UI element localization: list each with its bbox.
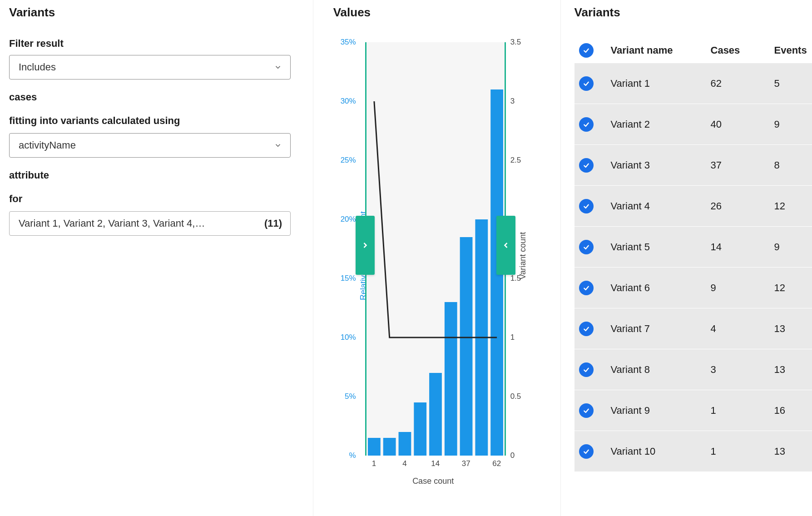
variant-chart: Relative total case count Variant count … <box>333 38 533 474</box>
table-row[interactable]: Variant 3378 <box>574 145 812 186</box>
values-panel: Values Relative total case count Variant… <box>313 0 561 516</box>
filter-result-label: Filter result <box>9 38 302 50</box>
for-count: (11) <box>264 218 282 229</box>
x-tick: 14 <box>431 459 440 468</box>
row-checkbox[interactable] <box>579 403 594 418</box>
x-tick: 62 <box>492 459 501 468</box>
calculated-value: activityName <box>19 139 76 151</box>
x-tick: 4 <box>402 459 406 468</box>
table-row[interactable]: Variant 9116 <box>574 390 812 431</box>
row-events: 8 <box>774 159 812 171</box>
table-row[interactable]: Variant 5149 <box>574 227 812 268</box>
row-checkbox[interactable] <box>579 322 594 336</box>
select-all-checkbox[interactable] <box>579 43 594 58</box>
row-checkbox[interactable] <box>579 199 594 213</box>
for-multiselect[interactable]: Variant 1, Variant 2, Variant 3, Variant… <box>9 211 291 236</box>
for-label: for <box>9 193 302 205</box>
chart-bar <box>460 237 472 456</box>
table-header: Variant name Cases Events <box>574 38 812 63</box>
row-name: Variant 6 <box>611 282 711 294</box>
row-cases: 4 <box>711 323 774 335</box>
row-name: Variant 7 <box>611 323 711 335</box>
variants-table-panel: Variants Variant name Cases Events Varia… <box>561 0 812 516</box>
row-cases: 62 <box>711 78 774 89</box>
row-cases: 26 <box>711 200 774 212</box>
row-events: 13 <box>774 364 812 376</box>
row-cases: 1 <box>711 446 774 457</box>
row-checkbox[interactable] <box>579 158 594 173</box>
row-cases: 3 <box>711 364 774 376</box>
chart-bar <box>414 402 426 456</box>
row-name: Variant 1 <box>611 78 711 89</box>
row-checkbox[interactable] <box>579 76 594 91</box>
range-handle-left[interactable] <box>356 216 375 275</box>
chart-bar <box>429 373 442 456</box>
calculated-select[interactable]: activityName <box>9 133 291 158</box>
for-value: Variant 1, Variant 2, Variant 3, Variant… <box>19 218 205 229</box>
row-events: 9 <box>774 119 812 130</box>
x-axis-label: Case count <box>333 476 533 486</box>
table-row[interactable]: Variant 6912 <box>574 268 812 308</box>
row-events: 16 <box>774 405 812 417</box>
variants-table: Variant name Cases Events Variant 1625Va… <box>574 38 812 472</box>
chart-bar <box>383 438 396 456</box>
panel-title-right: Variants <box>574 5 812 20</box>
row-checkbox[interactable] <box>579 444 594 459</box>
row-name: Variant 10 <box>611 446 711 457</box>
row-events: 12 <box>774 200 812 212</box>
cases-label: cases <box>9 91 302 103</box>
attribute-label: attribute <box>9 169 302 181</box>
range-handle-right[interactable] <box>496 216 515 275</box>
row-events: 5 <box>774 78 812 89</box>
row-cases: 9 <box>711 282 774 294</box>
row-name: Variant 3 <box>611 159 711 171</box>
chart-bar <box>445 302 457 456</box>
table-row[interactable]: Variant 2409 <box>574 104 812 145</box>
filter-result-select[interactable]: Includes <box>9 55 291 79</box>
row-name: Variant 5 <box>611 241 711 253</box>
calculated-label: fitting into variants calculated using <box>9 115 302 127</box>
chart-bar <box>398 432 411 456</box>
table-row[interactable]: Variant 7413 <box>574 308 812 349</box>
row-name: Variant 8 <box>611 364 711 376</box>
table-row[interactable]: Variant 10113 <box>574 431 812 472</box>
filter-result-value: Includes <box>19 61 56 73</box>
panel-title-mid: Values <box>333 5 551 20</box>
row-events: 13 <box>774 323 812 335</box>
chart-bar <box>368 438 381 456</box>
row-events: 9 <box>774 241 812 253</box>
chevron-down-icon <box>274 63 282 71</box>
col-head-cases[interactable]: Cases <box>711 45 774 56</box>
row-name: Variant 4 <box>611 200 711 212</box>
row-events: 12 <box>774 282 812 294</box>
row-checkbox[interactable] <box>579 240 594 254</box>
row-name: Variant 9 <box>611 405 711 417</box>
row-cases: 37 <box>711 159 774 171</box>
row-name: Variant 2 <box>611 119 711 130</box>
row-cases: 40 <box>711 119 774 130</box>
row-checkbox[interactable] <box>579 281 594 295</box>
row-cases: 1 <box>711 405 774 417</box>
filters-panel: Variants Filter result Includes cases fi… <box>0 0 313 516</box>
table-row[interactable]: Variant 8313 <box>574 349 812 390</box>
row-events: 13 <box>774 446 812 457</box>
chevron-down-icon <box>274 141 282 149</box>
table-row[interactable]: Variant 1625 <box>574 63 812 104</box>
row-cases: 14 <box>711 241 774 253</box>
row-checkbox[interactable] <box>579 117 594 132</box>
row-checkbox[interactable] <box>579 362 594 377</box>
x-tick: 1 <box>372 459 376 468</box>
col-head-name[interactable]: Variant name <box>611 45 711 56</box>
x-tick: 37 <box>462 459 470 468</box>
table-row[interactable]: Variant 42612 <box>574 186 812 227</box>
panel-title-left: Variants <box>9 5 302 20</box>
col-head-events[interactable]: Events <box>774 45 812 56</box>
